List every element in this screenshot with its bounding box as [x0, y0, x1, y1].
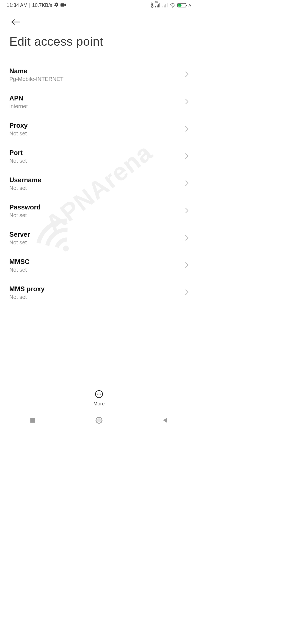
row-password[interactable]: Password Not set [0, 197, 198, 225]
row-label: Server [9, 231, 30, 238]
row-value: Not set [9, 212, 40, 219]
chevron-right-icon [185, 262, 189, 269]
row-value: Not set [9, 294, 45, 300]
row-label: MMS proxy [9, 285, 45, 293]
battery-icon: 38 [177, 3, 186, 7]
chevron-right-icon [185, 71, 189, 79]
row-label: Port [9, 149, 27, 157]
back-button[interactable] [9, 15, 23, 29]
row-mms-proxy[interactable]: MMS proxy Not set [0, 279, 198, 306]
settings-gear-icon [54, 2, 59, 9]
row-value: Not set [9, 267, 29, 273]
status-net-speed: 10.7KB/s [32, 2, 52, 8]
svg-rect-2 [157, 6, 158, 7]
row-value: Pg-Mobile-INTERNET [9, 76, 64, 82]
svg-rect-6 [164, 6, 165, 7]
chevron-right-icon [185, 98, 189, 106]
status-bar: 11:34 AM | 10.7KB/s 4G x [0, 0, 198, 9]
cellular-signal-2-icon: x [163, 3, 168, 7]
svg-point-10 [172, 7, 173, 8]
svg-rect-0 [61, 3, 64, 7]
page-title: Edit access point [9, 35, 189, 48]
row-username[interactable]: Username Not set [0, 170, 198, 197]
svg-point-19 [97, 418, 101, 422]
apn-settings-list: Name Pg-Mobile-INTERNET APN internet Pro… [0, 61, 198, 306]
bluetooth-icon [150, 2, 154, 8]
row-proxy[interactable]: Proxy Not set [0, 116, 198, 143]
row-label: Username [9, 176, 41, 184]
wifi-icon [170, 3, 176, 8]
svg-rect-7 [165, 4, 166, 7]
video-camera-icon [61, 2, 66, 8]
network-type-label: 4G [155, 1, 158, 3]
row-label: MMSC [9, 258, 29, 266]
svg-rect-17 [30, 418, 35, 423]
chevron-right-icon [185, 153, 189, 160]
charging-bolt-icon: 𐌡 [188, 3, 191, 7]
row-name[interactable]: Name Pg-Mobile-INTERNET [0, 61, 198, 88]
row-port[interactable]: Port Not set [0, 143, 198, 170]
nav-back-button[interactable] [162, 417, 168, 424]
row-label: APN [9, 94, 28, 102]
svg-text:x: x [166, 6, 167, 7]
row-label: Name [9, 67, 64, 75]
svg-rect-3 [158, 4, 159, 7]
svg-point-15 [98, 394, 99, 394]
svg-point-14 [97, 394, 98, 394]
status-divider: | [29, 2, 31, 8]
row-value: internet [9, 103, 28, 110]
chevron-right-icon [185, 125, 189, 133]
system-nav-bar [0, 412, 198, 429]
chevron-right-icon [185, 234, 189, 242]
row-mmsc[interactable]: MMSC Not set [0, 252, 198, 279]
more-icon [95, 390, 103, 399]
cellular-signal-1-icon: 4G [155, 3, 161, 7]
svg-rect-1 [155, 6, 156, 7]
row-server[interactable]: Server Not set [0, 225, 198, 252]
row-value: Not set [9, 158, 27, 164]
battery-percent: 38 [179, 4, 182, 7]
bottom-dock: More [0, 386, 198, 410]
svg-point-16 [100, 394, 101, 394]
nav-recent-button[interactable] [30, 417, 36, 424]
chevron-right-icon [185, 207, 189, 215]
row-label: Proxy [9, 122, 28, 129]
svg-rect-4 [160, 3, 160, 7]
chevron-right-icon [185, 289, 189, 297]
nav-home-button[interactable] [95, 416, 103, 425]
more-label: More [93, 401, 105, 407]
svg-rect-5 [163, 6, 163, 7]
svg-marker-20 [163, 418, 167, 423]
row-value: Not set [9, 239, 30, 246]
status-time: 11:34 AM [7, 2, 28, 8]
row-value: Not set [9, 130, 28, 137]
more-button[interactable]: More [93, 387, 105, 410]
row-label: Password [9, 203, 40, 211]
row-apn[interactable]: APN internet [0, 88, 198, 116]
row-value: Not set [9, 185, 41, 191]
chevron-right-icon [185, 180, 189, 188]
